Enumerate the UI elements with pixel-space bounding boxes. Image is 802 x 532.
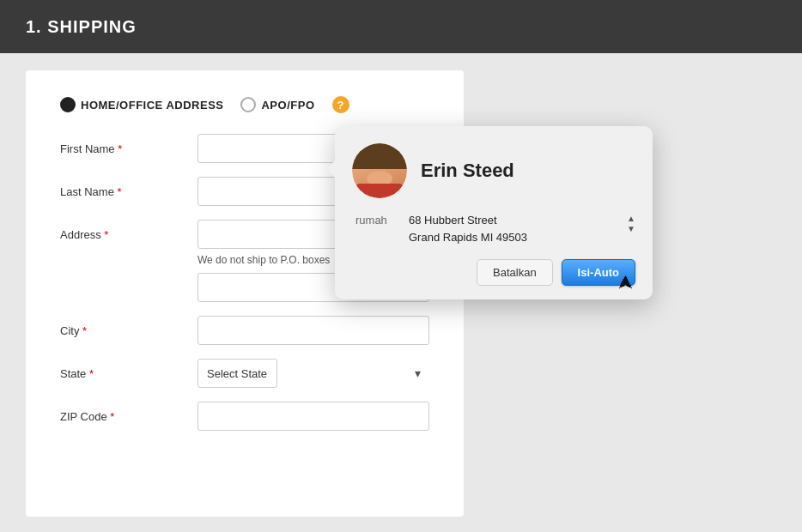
cancel-button[interactable]: Batalkan (477, 259, 553, 286)
address-arrows[interactable]: ▲ ▼ (627, 212, 635, 233)
last-name-label: Last Name * (60, 185, 197, 198)
popup-name: Erin Steed (421, 160, 514, 182)
city-input[interactable] (197, 316, 429, 345)
required-star: * (82, 324, 87, 337)
avatar (352, 143, 407, 198)
help-icon[interactable]: ? (332, 96, 349, 113)
required-star: * (118, 185, 122, 198)
popup-address-type-label: rumah (355, 212, 398, 227)
avatar-hair (352, 143, 407, 169)
home-office-label: HOME/OFFICE ADDRESS (81, 99, 223, 112)
autofill-popup: Erin Steed rumah 68 Hubbert Street Grand… (335, 126, 653, 299)
required-star: * (110, 410, 114, 423)
address-type-row: HOME/OFFICE ADDRESS APO/FPO ? (60, 96, 429, 113)
page-header: 1. Shipping (0, 0, 802, 53)
apo-fpo-option[interactable]: APO/FPO (240, 97, 314, 112)
home-office-option[interactable]: HOME/OFFICE ADDRESS (60, 97, 223, 112)
required-star: * (89, 367, 94, 380)
popup-address-row: rumah 68 Hubbert Street Grand Rapids MI … (352, 212, 635, 245)
city-row: City * (60, 316, 429, 345)
avatar-face (352, 143, 407, 198)
required-star: * (104, 228, 108, 241)
address-label: Address * (60, 228, 197, 241)
state-select[interactable]: Select State Alabama Alaska Michigan (197, 359, 277, 388)
home-office-radio[interactable] (60, 97, 76, 112)
apo-fpo-label: APO/FPO (261, 99, 314, 112)
popup-buttons: Batalkan Isi-Auto (352, 259, 635, 286)
avatar-shirt (356, 184, 403, 198)
zip-input[interactable] (197, 402, 429, 431)
cursor-indicator: ⮝ (618, 274, 629, 287)
state-row: State * Select State Alabama Alaska Mich… (60, 359, 429, 388)
first-name-label: First Name * (60, 142, 197, 155)
page-title: 1. Shipping (26, 17, 137, 37)
city-label: City * (60, 324, 197, 337)
required-star: * (118, 142, 122, 155)
state-select-wrapper: Select State Alabama Alaska Michigan (197, 359, 429, 388)
content-area: HOME/OFFICE ADDRESS APO/FPO ? First Name… (0, 53, 802, 532)
popup-address-text: 68 Hubbert Street Grand Rapids MI 49503 (409, 212, 617, 245)
zip-label: ZIP Code * (60, 410, 197, 423)
apo-fpo-radio[interactable] (240, 97, 256, 112)
zip-row: ZIP Code * (60, 402, 429, 431)
state-label: State * (60, 367, 197, 380)
popup-top: Erin Steed (352, 143, 635, 198)
